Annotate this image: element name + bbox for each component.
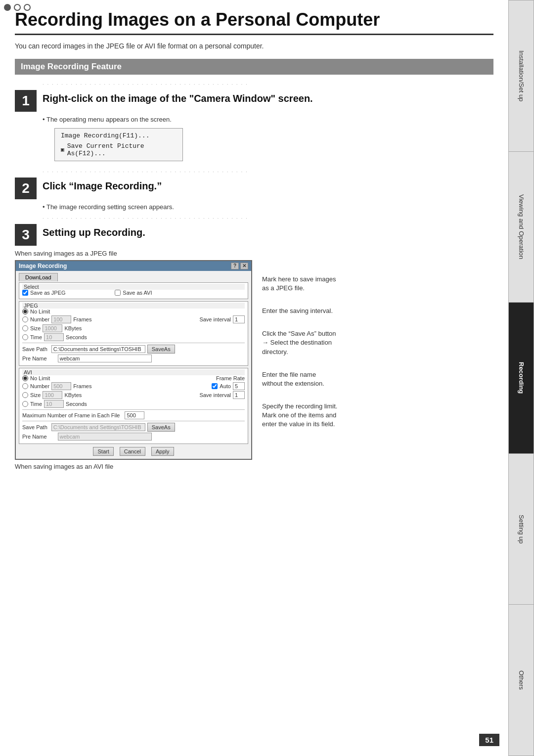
step-1-block: 1 Right-click on the image of the "Camer…	[15, 90, 493, 112]
jpeg-number-row: Number Frames Save interval	[22, 315, 245, 323]
annotation-recording-limit: Specify the recording limit. Mark one of…	[262, 402, 493, 429]
menu-item-1: Image Recording(F11)...	[55, 131, 182, 141]
select-legend: Select	[22, 284, 245, 290]
dialog-title: Image Recording	[19, 263, 67, 269]
save-as-jpeg-checkbox[interactable]	[22, 290, 28, 296]
annotation-pre-name: Enter the file name without the extensio…	[262, 370, 493, 388]
jpeg-size-row: Size KBytes	[22, 324, 245, 332]
avi-size-input[interactable]	[43, 391, 62, 399]
download-tab[interactable]: DownLoad	[19, 273, 58, 281]
jpeg-time-radio[interactable]	[22, 334, 28, 340]
section-header: Image Recording Feature	[15, 59, 493, 75]
step-1-bullet: The operating menu appears on the screen…	[43, 116, 493, 123]
avi-save-path-input[interactable]	[51, 423, 145, 431]
close-button[interactable]: ✕	[240, 263, 248, 269]
dialog-buttons-row: Start Cancel Apply	[19, 447, 248, 456]
jpeg-pre-name-row: Pre Name	[22, 355, 245, 362]
sidebar-tab-viewing[interactable]: Viewing and Operation	[508, 151, 534, 303]
avi-number-radio[interactable]	[22, 383, 28, 389]
avi-number-label: Number	[30, 383, 49, 389]
annotations-column: Mark here to save images as a JPEG file.…	[262, 260, 493, 460]
frame-rate-label: Frame Rate	[216, 375, 245, 381]
step-1-number: 1	[15, 90, 37, 112]
step-2-number: 2	[15, 178, 37, 199]
step-3-title: Setting up Recording.	[43, 227, 145, 238]
step-1-title: Right-click on the image of the "Camera …	[43, 93, 313, 104]
avi-max-frames-row: Maximum Number of Frame in Each File	[22, 411, 245, 419]
sidebar-tab-installation[interactable]: Installation/Set up	[508, 0, 534, 151]
avi-auto-label: Auto	[220, 383, 231, 389]
save-as-avi-checkbox[interactable]	[115, 290, 121, 296]
avi-size-radio[interactable]	[22, 392, 28, 398]
jpeg-no-limit-row: No Limit	[22, 309, 245, 314]
sidebar-tab-setting-up[interactable]: Setting up	[508, 453, 534, 605]
avi-time-input[interactable]	[44, 400, 64, 408]
circle-1	[4, 4, 11, 11]
select-fieldset: Select Save as JPEG Save as AVI	[19, 282, 248, 299]
jpeg-number-radio[interactable]	[22, 316, 28, 322]
avi-auto-val[interactable]	[233, 382, 245, 390]
avi-no-limit-radio[interactable]	[22, 375, 28, 381]
step3-dots: · · · · · · · · · · · · · · · · · · · · …	[43, 216, 493, 221]
annotation-save-interval: Enter the saving interval.	[262, 307, 493, 315]
page-number: 51	[479, 734, 499, 746]
avi-frames-label: Frames	[73, 383, 91, 389]
save-path-input[interactable]	[51, 345, 145, 353]
avi-time-radio[interactable]	[22, 401, 28, 407]
avi-size-row: Size KBytes Save interval	[22, 391, 245, 399]
cancel-button[interactable]: Cancel	[120, 447, 145, 456]
avi-pre-name-row: Pre Name	[22, 433, 245, 441]
jpeg-no-limit-label: No Limit	[30, 309, 50, 314]
sidebar-tab-recording[interactable]: Recording	[508, 302, 534, 453]
page-title: Recording Images on a Personal Computer	[15, 10, 493, 35]
jpeg-size-input[interactable]	[43, 324, 62, 332]
jpeg-time-label: Time	[30, 334, 42, 340]
main-content: Recording Images on a Personal Computer …	[0, 0, 508, 488]
avi-save-as-button[interactable]: SaveAs	[147, 423, 175, 432]
avi-pre-name-input[interactable]	[58, 433, 152, 441]
help-button[interactable]: ?	[231, 263, 239, 269]
avi-save-interval-label: Save interval	[199, 392, 231, 398]
avi-seconds-label: Seconds	[66, 401, 87, 407]
save-as-jpeg-label: Save as JPEG	[30, 290, 66, 296]
pre-name-input[interactable]	[58, 355, 152, 362]
menu-icon-2: ▣	[61, 146, 64, 153]
avi-number-input[interactable]	[51, 382, 71, 390]
subtitle-text: You can record images in the JPEG file o…	[15, 42, 493, 50]
avi-no-limit-label: No Limit	[30, 375, 50, 381]
jpeg-legend: JPEG	[22, 303, 245, 309]
frames-label: Frames	[73, 316, 91, 322]
jpeg-number-input[interactable]	[51, 315, 71, 323]
kbytes-label: KBytes	[64, 325, 82, 331]
jpeg-time-row: Time Seconds	[22, 333, 245, 341]
save-interval-label: Save interval	[199, 316, 231, 322]
avi-number-row: Number Frames Auto	[22, 382, 245, 390]
avi-legend: AVI	[22, 369, 245, 375]
save-path-label: Save Path	[22, 346, 47, 352]
sidebar-tab-others[interactable]: Others	[508, 604, 534, 756]
avi-time-row: Time Seconds	[22, 400, 245, 408]
avi-save-interval-input[interactable]	[233, 391, 245, 399]
max-frames-label: Maximum Number of Frame in Each File	[22, 412, 120, 418]
step-2-block: 2 Click “Image Recording.”	[15, 178, 493, 199]
apply-button[interactable]: Apply	[151, 447, 174, 456]
step2-dots: · · · · · · · · · · · · · · · · · · · · …	[43, 169, 493, 175]
avi-no-limit-row: No Limit Frame Rate	[22, 375, 245, 381]
jpeg-no-limit-radio[interactable]	[22, 309, 28, 314]
jpeg-save-as-button[interactable]: SaveAs	[147, 345, 175, 354]
jpeg-time-input[interactable]	[44, 333, 64, 341]
start-button[interactable]: Start	[93, 447, 113, 456]
dialog-container: Image Recording ? ✕ DownLoad Select Save…	[15, 260, 493, 460]
jpeg-save-path-row: Save Path SaveAs	[22, 345, 245, 354]
max-frames-input[interactable]	[125, 411, 144, 419]
avi-auto-checkbox[interactable]	[212, 383, 218, 389]
annotation-jpeg-save: Mark here to save images as a JPEG file.	[262, 275, 493, 293]
right-sidebar: Installation/Set up Viewing and Operatio…	[508, 0, 534, 756]
save-interval-input[interactable]	[233, 315, 245, 323]
menu-item-2: ▣ Save Current Picture As(F12)...	[55, 141, 182, 159]
decorative-circles	[4, 4, 31, 11]
step-2-title: Click “Image Recording.”	[43, 180, 162, 192]
jpeg-size-radio[interactable]	[22, 325, 28, 331]
step-3-number: 3	[15, 224, 37, 246]
when-avi-label: When saving images as an AVI file	[15, 463, 493, 470]
